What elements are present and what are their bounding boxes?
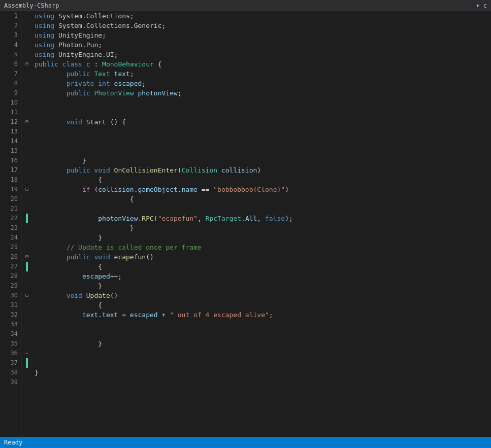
gutter-cell [21,194,32,204]
line-number: 29 [0,281,21,291]
code-line[interactable]: { [35,262,491,271]
code-line[interactable]: // Update is called once per frame [35,243,491,252]
gutter-cell [21,50,32,59]
line-number: 1 [0,11,21,21]
code-line[interactable]: using System.Collections.Generic; [35,21,491,30]
gutter-cell [21,79,32,88]
code-line[interactable]: { [35,194,491,204]
code-line[interactable]: private int escaped; [35,79,491,88]
gutter-cell [21,271,32,281]
gutter-cell [21,108,32,117]
code-line[interactable]: } [35,281,491,291]
gutter-cell [21,368,32,377]
gutter-cell[interactable]: ⊟ [21,59,32,69]
line-number: 33 [0,320,21,329]
code-line[interactable]: public Text text; [35,69,491,79]
code-line[interactable]: if (collision.gameObject.name == "bobbob… [35,185,491,194]
code-line[interactable] [35,204,491,214]
line-number: 26 [0,252,21,262]
line-number: 36 [0,349,21,358]
gutter-cell[interactable]: ⊟ [21,117,32,127]
gutter-cell [21,262,32,271]
gutter-cell: ✏ [21,349,32,358]
line-number: 23 [0,223,21,233]
gutter-cell [21,88,32,98]
dropdown-label[interactable]: ▾ c [476,2,487,9]
code-line[interactable]: photonView.RPC("ecapefun", RpcTarget.All… [35,214,491,223]
code-line[interactable]: { [35,175,491,185]
code-line[interactable]: void Start () { [35,117,491,127]
gutter-cell [21,233,32,243]
code-line[interactable] [35,136,491,146]
code-content[interactable]: using System.Collections;using System.Co… [32,11,491,437]
code-line[interactable]: public PhotonView photonView; [35,88,491,98]
code-line[interactable]: } [35,223,491,233]
code-line[interactable]: escaped++; [35,271,491,281]
code-line[interactable]: void Update() [35,291,491,300]
code-line[interactable]: using System.Collections; [35,11,491,21]
gutter-cell [21,21,32,30]
code-line[interactable]: public void ecapefun() [35,252,491,262]
code-line[interactable]: using UnityEngine.UI; [35,50,491,59]
line-number: 16 [0,156,21,165]
line-number: 32 [0,310,21,320]
code-line[interactable]: text.text = escaped + " out of 4 escaped… [35,310,491,320]
line-number: 39 [0,377,21,387]
line-number: 6 [0,59,21,69]
editor-root: Assembly-CSharp ▾ c 12345678910111213141… [0,0,491,448]
line-number: 8 [0,79,21,88]
line-number: 18 [0,175,21,185]
code-line[interactable]: } [35,233,491,243]
line-number: 17 [0,165,21,175]
gutter-cell [21,165,32,175]
title-label: Assembly-CSharp [4,2,59,9]
line-number: 5 [0,50,21,59]
code-line[interactable]: public class c : MonoBehaviour { [35,59,491,69]
line-number: 4 [0,40,21,50]
gutter-cell [21,146,32,156]
code-line[interactable]: } [35,368,491,377]
line-number: 28 [0,271,21,281]
code-line[interactable] [35,98,491,108]
gutter-cell[interactable]: ⊟ [21,185,32,194]
gutter-cell[interactable]: ⊟ [21,252,32,262]
line-number: 27 [0,262,21,271]
gutter-cell [21,310,32,320]
code-line[interactable] [35,146,491,156]
gutter-cell[interactable]: ⊟ [21,291,32,300]
code-line[interactable] [35,127,491,136]
code-line[interactable]: public void OnCollisionEnter(Collision c… [35,165,491,175]
gutter-cell [21,175,32,185]
line-number: 20 [0,194,21,204]
gutter-cell [21,223,32,233]
code-line[interactable] [35,108,491,117]
line-number: 7 [0,69,21,79]
gutter-cell [21,30,32,40]
code-line[interactable] [35,349,491,358]
gutter-cell [21,329,32,339]
line-number: 37 [0,358,21,368]
code-line[interactable]: } [35,339,491,349]
code-line[interactable] [35,329,491,339]
line-number: 2 [0,21,21,30]
line-number: 30 [0,291,21,300]
code-line[interactable]: } [35,156,491,165]
code-line[interactable] [35,377,491,387]
code-line[interactable]: { [35,300,491,310]
line-number: 14 [0,136,21,146]
line-number: 13 [0,127,21,136]
code-area: 1234567891011121314151617181920212223242… [0,11,491,437]
code-line[interactable]: using Photon.Pun; [35,40,491,50]
gutter-cell [21,300,32,310]
gutter-cell [21,127,32,136]
gutter-cell [21,204,32,214]
line-number: 19 [0,185,21,194]
line-number: 9 [0,88,21,98]
code-line[interactable]: using UnityEngine; [35,30,491,40]
line-number: 38 [0,368,21,377]
code-line[interactable] [35,358,491,368]
gutter-cell [21,156,32,165]
code-line[interactable] [35,320,491,329]
gutter-cell [21,358,32,368]
gutter-cell [21,11,32,21]
